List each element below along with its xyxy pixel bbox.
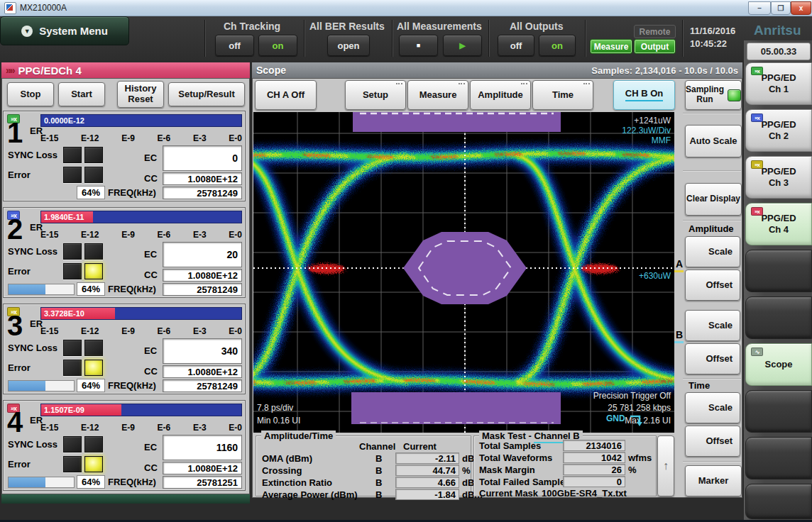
scope-amplitude-button[interactable]: Amplitude xyxy=(470,80,531,110)
er-scale-tick: E-3 xyxy=(193,133,207,143)
crossing-channel: B xyxy=(375,465,382,476)
system-menu-button[interactable]: ▼ System Menu xyxy=(0,16,129,45)
average-power-value: -1.84 xyxy=(395,489,459,500)
channel-a-color-mark xyxy=(674,270,684,272)
left-panel-header: »» PPG/EDCh 4 xyxy=(1,62,250,78)
scope-header: Scope Samples: 2,134,016 - 10.0s / 10.0s xyxy=(252,62,742,78)
start-button[interactable]: Start xyxy=(58,82,105,106)
sync-loss-indicator xyxy=(84,340,103,356)
all-measurements-stop-button[interactable]: ■ xyxy=(399,35,438,56)
divider xyxy=(683,220,741,221)
scope-time-button[interactable]: Time xyxy=(532,80,593,110)
menu-grip-icon xyxy=(459,83,465,87)
amplitude-scale-a-button[interactable]: Scale xyxy=(685,236,740,267)
toolbar-separator xyxy=(204,20,206,57)
cc-field: 1.0080E+12 xyxy=(163,172,242,185)
cc-field: 1.0080E+12 xyxy=(163,462,242,474)
ch-a-toggle-button[interactable]: CH A Off xyxy=(255,80,317,110)
measure-indicator[interactable]: Measure xyxy=(590,39,632,54)
time-offset-button[interactable]: Offset xyxy=(685,426,740,457)
ch-tracking-on-button[interactable]: on xyxy=(258,35,297,56)
er-scale-tick: E-12 xyxy=(81,230,99,240)
freq-field: 25781251 xyxy=(163,476,242,489)
channel-number: 3 xyxy=(7,311,23,340)
marker-button[interactable]: Marker xyxy=(685,465,742,496)
all-measurements-start-button[interactable]: ▶ xyxy=(443,35,482,56)
column-header-current: Current xyxy=(403,441,437,452)
extinction-ratio-channel: B xyxy=(375,477,382,488)
er-scale-tick: E-3 xyxy=(193,423,207,433)
time-scale-button[interactable]: Scale xyxy=(685,392,740,423)
mask-test-title-prefix: Mask Test - xyxy=(482,431,534,441)
cc-label: CC xyxy=(144,173,158,184)
maximize-button[interactable]: ❐ xyxy=(771,1,791,15)
error-indicator xyxy=(63,456,82,472)
scroll-up-button[interactable]: ↑ xyxy=(657,435,674,496)
er-scale-tick: E-3 xyxy=(193,326,207,336)
tab-empty xyxy=(745,296,812,339)
crossing-value: 44.74 xyxy=(395,465,459,476)
all-outputs-label: All Outputs xyxy=(510,21,563,32)
history-reset-button[interactable]: History Reset xyxy=(117,81,164,108)
extinction-ratio-unit: dB xyxy=(462,477,474,488)
sync-loss-indicator xyxy=(84,147,103,163)
mask-top xyxy=(353,112,561,132)
all-outputs-off-button[interactable]: off xyxy=(498,35,534,56)
oma-value: -2.11 xyxy=(395,452,459,464)
total-samples-value: 2134016 xyxy=(563,440,625,451)
er-scale-tick: E-0 xyxy=(229,326,242,336)
divider xyxy=(683,378,741,379)
ch-tracking-off-button[interactable]: off xyxy=(215,35,254,56)
error-label: Error xyxy=(8,170,31,180)
channel-3-tab-icon: »x xyxy=(751,160,763,169)
scope-tab-icon: ∿ xyxy=(751,348,763,356)
ch-b-toggle-button[interactable]: CH B On xyxy=(613,80,675,110)
menu-grip-icon xyxy=(521,83,527,87)
minimize-button[interactable]: – xyxy=(748,1,771,15)
scope-measure-button[interactable]: Measure xyxy=(407,80,468,110)
all-ber-results-label: All BER Results xyxy=(309,21,385,32)
tab-scope[interactable]: ∿ Scope xyxy=(745,343,812,386)
all-outputs-on-button[interactable]: on xyxy=(539,35,576,56)
tab-ppg-ed-ch3[interactable]: »x PPG/ED Ch 3 xyxy=(745,156,812,199)
amplitude-offset-a-button[interactable]: Offset xyxy=(685,270,740,301)
all-ber-open-button[interactable]: open xyxy=(327,35,370,56)
current-mask-label: Current Mask xyxy=(479,488,538,499)
freq-field: 25781249 xyxy=(163,187,242,199)
mmf-annotation: MMF xyxy=(652,135,671,145)
er-scale-tick: E-0 xyxy=(229,133,242,143)
freq-label: FREQ(kHz) xyxy=(108,187,156,198)
close-button[interactable]: x xyxy=(791,1,811,15)
mask-margin-label: Mask Margin xyxy=(479,465,535,475)
output-indicator[interactable]: Output xyxy=(634,39,676,54)
amplitude-group-label: Amplitude xyxy=(688,223,734,234)
sync-loss-label: SYNC Loss xyxy=(8,439,57,450)
amplitude-scale-b-button[interactable]: Scale xyxy=(685,310,740,341)
stop-button[interactable]: Stop xyxy=(7,82,54,106)
tab-ppg-ed-ch2[interactable]: »x PPG/ED Ch 2 xyxy=(745,109,812,152)
cc-label: CC xyxy=(144,366,158,377)
error-label: Error xyxy=(8,459,31,470)
ec-label: EC xyxy=(144,442,157,452)
tab-ppg-ed-ch1[interactable]: »x PPG/ED Ch 1 xyxy=(745,62,812,105)
er-scale: E-15E-12E-9E-6E-3E-0 xyxy=(40,423,242,433)
scope-measure-label: Measure xyxy=(419,90,457,101)
gating-percent: 64% xyxy=(77,475,105,489)
scope-time-label: Time xyxy=(552,90,574,101)
tab-ppg-ed-ch4[interactable]: »x PPG/ED Ch 4 xyxy=(745,203,812,245)
sampling-run-button[interactable]: Sampling Run xyxy=(685,80,742,110)
crossing-label: Crossing xyxy=(262,465,302,476)
er-scale: E-15E-12E-9E-6E-3E-0 xyxy=(40,326,242,336)
toolbar-separator xyxy=(585,20,586,57)
auto-scale-button[interactable]: Auto Scale xyxy=(685,125,742,157)
clear-display-button[interactable]: Clear Display xyxy=(685,183,742,216)
setup-result-button[interactable]: Setup/Result xyxy=(168,82,245,106)
amplitude-offset-b-button[interactable]: Offset xyxy=(685,343,740,374)
channel-4-tab-icon: »x xyxy=(751,207,763,216)
scope-setup-button[interactable]: Setup xyxy=(345,80,406,110)
total-failed-samples-label: Total Failed Samples xyxy=(479,477,570,487)
titlebar: MX210000A – ❐ x xyxy=(0,0,812,16)
gating-progress-bar xyxy=(8,477,75,488)
ch-b-label: CH B On xyxy=(625,89,663,101)
toolbar-separator xyxy=(488,20,490,57)
